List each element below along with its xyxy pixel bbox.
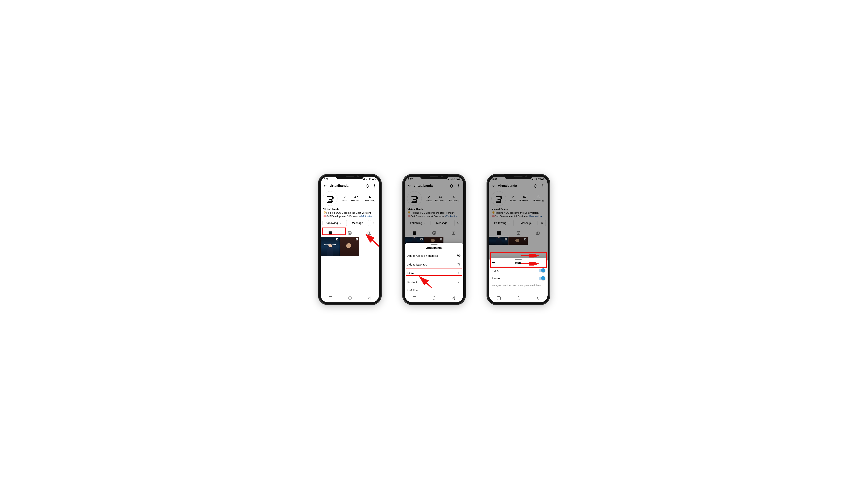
more-options-icon[interactable] [456,183,461,189]
grid-icon [328,231,332,235]
back-icon[interactable] [491,183,497,189]
hashtag-link[interactable]: #Motivation [360,215,373,218]
followers-label: Followe… [519,199,530,202]
following-label: Following [365,199,375,202]
following-button[interactable]: Following [407,220,429,226]
back-icon[interactable] [322,183,328,189]
nav-home-icon[interactable] [348,296,352,300]
reel-badge-icon [504,238,507,242]
nav-home-icon[interactable] [433,296,436,300]
following-label: Following [533,199,544,202]
tab-reels[interactable] [508,229,528,237]
stat-followers[interactable]: 47 Followe… [351,195,362,202]
nav-recent-icon[interactable] [329,296,332,300]
app-bar: virtualbanda [489,182,548,190]
row-restrict[interactable]: Restrict [405,278,463,287]
tab-reels[interactable] [424,229,444,237]
svg-rect-5 [367,179,367,180]
add-user-icon [372,221,375,225]
profile-tabs [489,229,548,237]
notification-bell-icon[interactable] [449,183,454,189]
svg-rect-15 [329,231,332,235]
following-button[interactable]: Following [491,220,514,226]
message-button[interactable]: Message [431,220,453,226]
svg-rect-9 [372,179,374,180]
stats: 2 Posts 47 Followe… 6 Following [340,195,377,202]
chevron-down-icon [339,222,342,224]
sheet-handle[interactable] [431,244,437,245]
bio: Virtual Banda 🏆Helping YOU Become the Be… [489,207,548,220]
avatar[interactable] [323,191,337,206]
stat-following[interactable]: 6 Following [365,195,375,202]
stat-following[interactable]: 6Following [533,195,544,202]
tab-grid[interactable] [405,229,424,237]
row-unfollow[interactable]: Unfollow [405,287,463,294]
row-favorites[interactable]: Add to favorites [405,260,463,269]
bio-line2: Self Development & Business [495,215,529,218]
nav-recent-icon[interactable] [497,296,501,300]
tab-grid[interactable] [320,229,340,237]
tab-tagged[interactable] [444,229,463,237]
post-thumbnail-2[interactable] [508,237,528,245]
svg-rect-0 [363,180,363,180]
notification-bell-icon[interactable] [365,183,370,189]
toggle-posts[interactable] [538,269,545,272]
nav-back-icon[interactable] [368,296,371,300]
svg-point-36 [457,222,458,223]
star-outline-icon [457,262,461,267]
post-thumbnail-2[interactable] [340,237,359,256]
sheet-back-icon[interactable] [491,260,496,265]
suggest-users-button[interactable] [454,220,461,226]
row-mute-posts[interactable]: Posts [489,266,548,274]
message-label: Message [520,222,531,225]
svg-point-33 [458,184,459,185]
stat-followers[interactable]: 47Followe… [435,195,446,202]
hashtag-link[interactable]: #Motivation [444,215,458,218]
stat-posts[interactable]: 2Posts [510,195,516,202]
row-close-friends[interactable]: Add to Close Friends list [405,251,463,260]
svg-rect-39 [452,232,455,235]
row-mute-stories[interactable]: Stories [489,274,548,282]
post-grid: LIFE IS SHORT [320,237,379,256]
tab-tagged[interactable] [528,229,548,237]
notification-bell-icon[interactable] [533,183,538,189]
nav-back-icon[interactable] [453,296,455,300]
following-button[interactable]: Following [322,220,345,226]
sheet-handle[interactable] [515,259,522,260]
stat-posts[interactable]: 2Posts [426,195,432,202]
svg-rect-62 [536,232,539,235]
hashtag-link[interactable]: #Motivation [529,215,542,218]
nav-recent-icon[interactable] [413,296,416,300]
svg-rect-17 [368,232,371,235]
row-mute[interactable]: Mute [405,269,463,278]
back-icon[interactable] [407,183,412,189]
message-button[interactable]: Message [346,220,369,226]
more-options-icon[interactable] [372,183,377,189]
stat-posts[interactable]: 2 Posts [342,195,348,202]
post-thumbnail-1[interactable]: LIFE IS SHORT [320,237,340,256]
profile-username: virtualbanda [498,184,531,188]
stat-followers[interactable]: 47Followe… [519,195,530,202]
tab-reels[interactable] [340,229,360,237]
suggest-users-button[interactable] [370,220,377,226]
posts-label: Posts [342,199,348,202]
svg-point-34 [458,186,459,186]
nav-back-icon[interactable] [537,296,539,300]
tab-tagged[interactable] [360,229,379,237]
svg-point-12 [374,186,375,186]
more-options-icon[interactable] [540,183,546,189]
avatar[interactable] [491,191,506,206]
svg-rect-32 [459,179,460,180]
suggest-users-button[interactable] [538,220,546,226]
svg-rect-2 [364,179,364,180]
toggle-stories[interactable] [538,277,545,280]
tab-grid[interactable] [489,229,508,237]
avatar[interactable] [407,191,422,206]
followers-count: 47 [519,195,530,199]
nav-home-icon[interactable] [517,296,520,300]
message-button[interactable]: Message [515,220,537,226]
following-count: 6 [533,195,544,199]
svg-rect-45 [531,180,532,180]
stat-following[interactable]: 6Following [449,195,459,202]
post-thumbnail-1[interactable] [489,237,508,245]
